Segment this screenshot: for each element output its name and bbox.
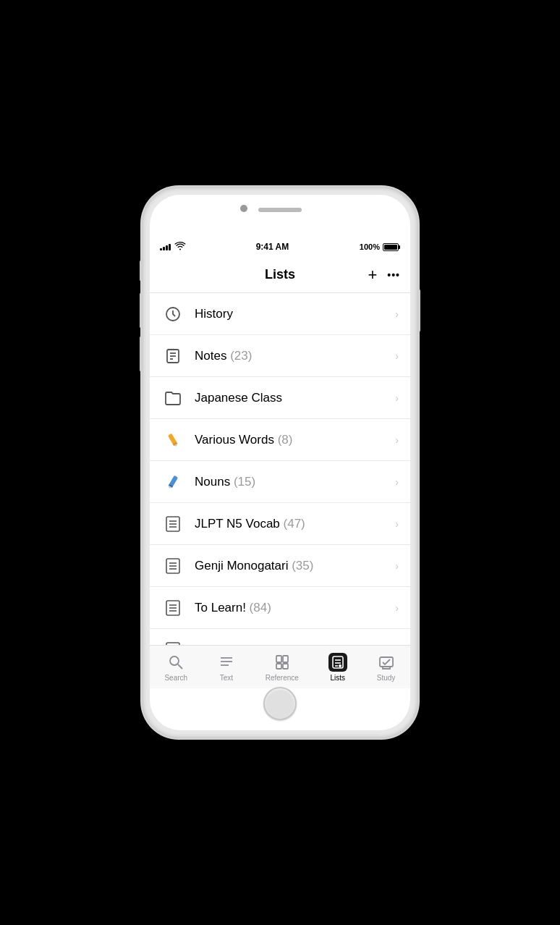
svg-rect-26 (166, 643, 179, 646)
tab-study[interactable]: Study (370, 649, 403, 686)
list-item-to-learn[interactable]: To Learn! (84) › (150, 587, 410, 629)
status-bar: 9:41 AM 100% (150, 237, 410, 257)
chevron-icon: › (395, 350, 399, 362)
reference-tab-label: Reference (266, 674, 299, 682)
phone-screen: 9:41 AM 100% Lists + ••• (150, 195, 410, 730)
camera (240, 205, 247, 212)
study-tab-icon (377, 653, 396, 672)
study-tab-label: Study (377, 674, 396, 682)
search-tab-label: Search (164, 674, 187, 682)
tab-bar: Search Text (150, 645, 410, 688)
highlight-blue-icon (161, 470, 184, 494)
svg-point-5 (168, 348, 169, 350)
text-tab-icon (217, 653, 236, 672)
signal-icon (160, 243, 171, 250)
genji-label: Genji Monogatari (35) (195, 559, 389, 573)
tab-text[interactable]: Text (210, 649, 243, 686)
nav-header: Lists + ••• (150, 257, 410, 293)
reference-tab-icon (273, 653, 292, 672)
list-item-various-words[interactable]: Various Words (8) › (150, 419, 410, 461)
list-item-jlpt[interactable]: JLPT N5 Vocab (47) › (150, 503, 410, 545)
notes-icon (161, 345, 184, 368)
svg-rect-35 (283, 656, 288, 662)
chevron-icon: › (395, 560, 399, 572)
svg-rect-37 (283, 664, 288, 669)
everyday-label: Everyday Words (4) (195, 643, 389, 646)
clock-icon (161, 303, 184, 326)
svg-rect-43 (380, 657, 393, 667)
japanese-class-label: Japanese Class (195, 391, 389, 405)
svg-rect-36 (276, 664, 281, 669)
list-item-genji[interactable]: Genji Monogatari (35) › (150, 545, 410, 587)
notes-count: (23) (230, 349, 252, 363)
list-doc-3-icon (161, 596, 184, 620)
app-screen: 9:41 AM 100% Lists + ••• (150, 237, 410, 688)
tab-reference[interactable]: Reference (258, 649, 306, 686)
list-item-everyday[interactable]: Everyday Words (4) › (150, 629, 410, 645)
tab-lists[interactable]: Lists (321, 649, 355, 686)
home-button[interactable] (263, 687, 297, 720)
chevron-icon: › (395, 518, 399, 530)
svg-point-7 (172, 348, 174, 350)
to-learn-count: (84) (250, 601, 271, 614)
jlpt-count: (47) (284, 517, 305, 531)
jlpt-label: JLPT N5 Vocab (47) (195, 517, 389, 531)
tab-search[interactable]: Search (157, 649, 195, 686)
power-button (417, 289, 420, 332)
list-doc-icon (161, 512, 184, 536)
status-left (160, 242, 185, 251)
chevron-icon: › (395, 434, 399, 446)
battery-percent: 100% (360, 242, 380, 251)
add-button[interactable]: + (368, 267, 377, 283)
search-tab-icon (166, 653, 185, 672)
svg-point-6 (170, 348, 171, 350)
list-doc-2-icon (161, 554, 184, 578)
various-words-count: (8) (278, 433, 293, 447)
history-label: History (195, 307, 389, 321)
genji-count: (35) (292, 559, 313, 573)
to-learn-label: To Learn! (84) (195, 601, 389, 615)
lists-container: History › (150, 293, 410, 645)
chevron-icon: › (395, 308, 399, 320)
nav-actions: + ••• (368, 267, 400, 283)
svg-point-29 (170, 656, 179, 665)
svg-rect-34 (276, 656, 281, 662)
list-partial-icon (161, 638, 184, 646)
volume-down-button (140, 336, 143, 372)
chevron-icon: › (395, 644, 399, 646)
highlight-orange-icon (161, 428, 184, 452)
svg-point-42 (339, 664, 341, 667)
status-right: 100% (360, 242, 400, 251)
various-words-label: Various Words (8) (195, 433, 389, 447)
page-title: Lists (265, 267, 295, 282)
list-item-notes[interactable]: Notes (23) › (150, 335, 410, 377)
notes-label: Notes (23) (195, 349, 389, 363)
chevron-icon: › (395, 602, 399, 614)
list-item-history[interactable]: History › (150, 293, 410, 335)
everyday-count: (4) (288, 643, 303, 646)
text-tab-label: Text (220, 674, 233, 682)
list-item-nouns[interactable]: Nouns (15) › (150, 461, 410, 503)
wifi-icon (175, 242, 185, 251)
volume-up-button (140, 292, 143, 329)
folder-icon (161, 387, 184, 410)
lists-tab-icon (328, 653, 347, 672)
speaker (258, 208, 302, 212)
svg-line-30 (178, 664, 182, 669)
lists-tab-label: Lists (330, 674, 345, 682)
mute-button (140, 260, 143, 282)
list-item-japanese-class[interactable]: Japanese Class › (150, 377, 410, 419)
nouns-label: Nouns (15) (195, 475, 389, 489)
nouns-count: (15) (234, 475, 255, 489)
battery-icon (383, 243, 400, 251)
status-time: 9:41 AM (256, 242, 289, 252)
phone-frame: 9:41 AM 100% Lists + ••• (143, 187, 417, 738)
chevron-icon: › (395, 476, 399, 488)
chevron-icon: › (395, 392, 399, 404)
more-button[interactable]: ••• (387, 270, 400, 280)
